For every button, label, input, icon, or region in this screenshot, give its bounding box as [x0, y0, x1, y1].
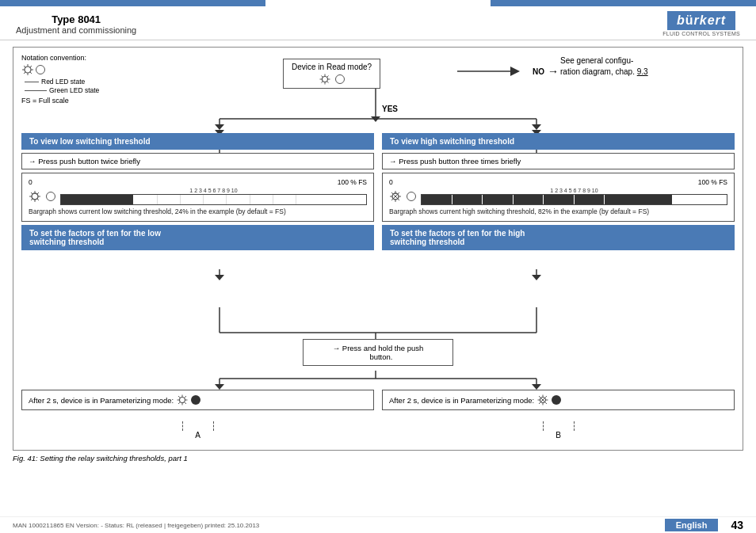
red-led-label: Red LED state	[41, 78, 85, 86]
right-column: To view high switching threshold → Press…	[382, 133, 735, 253]
param-high-box: After 2 s, device is in Parameterizing m…	[382, 390, 735, 410]
svg-marker-3	[215, 124, 224, 130]
caption-text: Fig. 41: Setting the relay switching thr…	[13, 454, 188, 463]
page-wrapper: Type 8041 Adjustment and commissioning b…	[0, 0, 756, 533]
footer: MAN 1000211865 EN Version: - Status: RL …	[0, 516, 756, 533]
label-a: A	[195, 431, 200, 440]
high-bargraph-scale: 0 100 % FS	[389, 178, 727, 186]
svg-line-79	[185, 396, 186, 398]
columns-container: To view low switching threshold → Press …	[21, 133, 735, 253]
high-bargraph-display: 1 2 3 4 5 6 7 8 9 10	[389, 188, 727, 205]
svg-line-69	[391, 199, 393, 200]
svg-line-49	[326, 82, 328, 83]
svg-line-41	[30, 66, 32, 67]
press-hold-text: → Press and hold the push button.	[333, 344, 424, 361]
page-title: Type 8041	[16, 13, 136, 25]
figure-caption: Fig. 41: Setting the relay switching thr…	[13, 454, 743, 463]
low-scale-min: 0	[29, 178, 32, 186]
logo-tagline: FLUID CONTROL SYSTEMS	[662, 31, 740, 36]
svg-line-57	[31, 192, 32, 194]
param-low-box: After 2 s, device is in Parameterizing m…	[21, 390, 374, 410]
param-high-filled-led	[552, 395, 561, 405]
notation-led-icons	[21, 63, 99, 76]
high-scale-max: 100 % FS	[698, 178, 727, 186]
svg-line-60	[31, 199, 32, 200]
svg-line-88	[545, 396, 547, 398]
low-view-box: To view low switching threshold	[21, 133, 374, 150]
svg-marker-18	[215, 275, 224, 280]
param-low-filled-led	[191, 395, 200, 405]
high-sun-icon	[389, 190, 402, 203]
low-bargraph-display: 1 2 3 4 5 6 7 8 9 10	[29, 188, 367, 205]
svg-marker-20	[532, 275, 541, 280]
label-b-container: B	[382, 421, 735, 440]
press-hold-box: → Press and hold the push button.	[303, 339, 453, 366]
page-subtitle: Adjustment and commissioning	[16, 25, 136, 35]
high-fill	[422, 195, 672, 204]
low-press-instr: → Press push button twice briefly	[21, 153, 374, 169]
low-bargraph-nums: 1 2 3 4 5 6 7 8 9 10	[60, 188, 367, 193]
ab-section: A B	[21, 421, 735, 440]
green-led-label-row: Green LED state	[21, 86, 99, 94]
low-bargraph-scale: 0 100 % FS	[29, 178, 367, 186]
low-empty	[134, 195, 366, 204]
set-low-label: To set the factors of ten for the lowswi…	[29, 229, 161, 246]
low-sun-icon	[29, 190, 41, 203]
green-led-label: Green LED state	[49, 86, 99, 94]
param-low-sun-icon	[177, 394, 188, 405]
svg-line-80	[178, 402, 180, 404]
low-bargraph-led	[46, 192, 55, 201]
svg-line-40	[30, 72, 32, 74]
svg-line-67	[398, 199, 399, 200]
low-view-label: To view low switching threshold	[29, 137, 151, 146]
config-link[interactable]: 9.3	[637, 67, 648, 76]
dashed-a	[182, 421, 214, 431]
high-bargraph-visual	[421, 194, 727, 205]
param-low-text: After 2 s, device is in Parameterizing m…	[29, 396, 174, 405]
press-hold-container: → Press and hold the push button.	[303, 339, 453, 366]
high-bargraph-text: Bargraph shows current high switching th…	[389, 207, 727, 216]
high-view-label: To view high switching threshold	[390, 137, 514, 146]
set-high-label: To set the factors of ten for the highsw…	[390, 229, 525, 246]
low-fill	[61, 195, 134, 204]
svg-marker-31	[532, 384, 541, 390]
param-high-text: After 2 s, device is in Parameterizing m…	[389, 396, 534, 405]
label-a-container: A	[21, 421, 374, 440]
high-bargraph-nums: 1 2 3 4 5 6 7 8 9 10	[421, 188, 727, 193]
low-bargraph-visual	[60, 194, 367, 205]
svg-line-48	[321, 76, 323, 78]
language-badge: English	[665, 519, 719, 531]
svg-marker-30	[215, 384, 224, 390]
svg-line-51	[321, 82, 323, 83]
svg-point-43	[322, 77, 327, 82]
config-box: See general configu- ration diagram, cha…	[560, 55, 648, 78]
high-bargraph-bars: 1 2 3 4 5 6 7 8 9 10	[421, 188, 727, 205]
low-set-box: To set the factors of ten for the lowswi…	[21, 225, 374, 250]
footer-meta: MAN 1000211865 EN Version: - Status: RL …	[13, 522, 259, 529]
svg-point-72	[180, 398, 185, 403]
fs-label: FS = Full scale	[21, 97, 99, 105]
red-led-line	[25, 82, 39, 82]
press-three-text: → Press push button three times briefly	[389, 157, 521, 166]
sun-led-icon	[319, 74, 330, 85]
high-scale-min: 0	[389, 178, 393, 186]
top-blue-bar-right	[491, 0, 756, 6]
config-text: See general configu-	[560, 55, 648, 67]
svg-line-77	[178, 396, 180, 398]
no-label: NO	[533, 67, 544, 76]
read-mode-icons	[292, 74, 372, 85]
high-press-instr: → Press push button three times briefly	[382, 153, 735, 169]
param-section: After 2 s, device is in Parameterizing m…	[21, 390, 735, 410]
svg-marker-5	[532, 124, 541, 130]
dashed-b	[543, 421, 575, 431]
high-set-box: To set the factors of ten for the highsw…	[382, 225, 735, 250]
red-led-icon	[21, 63, 34, 76]
press-twice-text: → Press push button twice briefly	[29, 157, 140, 166]
config-text2: ration diagram, chap. 9.3	[560, 67, 648, 78]
svg-line-89	[539, 402, 540, 404]
page-number: 43	[731, 519, 743, 531]
green-led-line	[25, 90, 47, 91]
no-box: NO →	[533, 65, 559, 78]
read-mode-box: Device in Read mode?	[283, 59, 380, 89]
high-bargraph-led	[407, 192, 416, 201]
